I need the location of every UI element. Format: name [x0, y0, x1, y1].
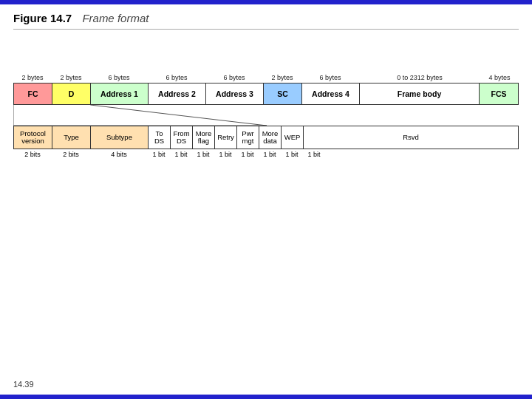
cell-fbody: Frame body	[360, 83, 480, 104]
bit-label-moreflag: 1 bit	[192, 151, 214, 158]
cell-fc: FC	[14, 83, 52, 104]
byte-label-addr3: 6 bytes	[205, 74, 263, 81]
byte-label-fc: 2 bytes	[13, 74, 52, 81]
bit-label-subtype: 4 bits	[90, 151, 148, 158]
sub-subtype: Subtype	[91, 126, 149, 149]
figure-title-text: Frame format	[82, 12, 149, 24]
figure-title: Figure 14.7 Frame format	[13, 12, 519, 30]
sub-rsvd: Rsvd	[304, 126, 518, 149]
sub-retry: Retry	[215, 126, 237, 149]
sub-protocol: Protocol version	[14, 126, 52, 149]
byte-label-d: 2 bytes	[52, 74, 90, 81]
byte-label-row: 2 bytes 2 bytes 6 bytes 6 bytes 6 bytes …	[13, 74, 519, 81]
cell-addr4: Address 4	[302, 83, 360, 104]
byte-label-addr4: 6 bytes	[301, 74, 359, 81]
footer-label: 14.39	[13, 380, 34, 389]
page-content: Figure 14.7 Frame format 2 bytes 2 bytes…	[0, 4, 532, 166]
sub-tods: To DS	[149, 126, 171, 149]
frame-row: FC D Address 1 Address 2 Address 3 SC Ad…	[13, 83, 519, 105]
byte-label-fcs: 4 bytes	[480, 74, 519, 81]
sub-type: Type	[52, 126, 91, 149]
expand-area	[13, 105, 519, 126]
sub-moreflag: More flag	[193, 126, 215, 149]
sub-row: Protocol version Type Subtype To DS From…	[13, 126, 519, 149]
byte-label-addr1: 6 bytes	[90, 74, 148, 81]
bit-label-fromds: 1 bit	[170, 151, 192, 158]
bit-label-moredata: 1 bit	[259, 151, 281, 158]
bit-label-tods: 1 bit	[148, 151, 170, 158]
byte-label-fbody: 0 to 2312 bytes	[359, 74, 480, 81]
bit-label-protocol: 2 bits	[13, 151, 52, 158]
diagram-area: 2 bytes 2 bytes 6 bytes 6 bytes 6 bytes …	[13, 74, 519, 158]
bit-label-type: 2 bits	[52, 151, 90, 158]
bit-label-wep: 1 bit	[281, 151, 303, 158]
cell-sc: SC	[264, 83, 302, 104]
cell-addr2: Address 2	[149, 83, 206, 104]
cell-d: D	[52, 83, 91, 104]
sub-moredata: More data	[259, 126, 282, 149]
sub-fromds: From DS	[171, 126, 193, 149]
expand-lines-svg	[13, 105, 519, 126]
cell-addr1: Address 1	[91, 83, 149, 104]
bit-label-rsvd: 1 bit	[303, 151, 325, 158]
svg-line-1	[90, 105, 267, 126]
sub-wep: WEP	[282, 126, 304, 149]
bit-labels: 2 bits 2 bits 4 bits 1 bit 1 bit 1 bit 1…	[13, 151, 519, 158]
cell-fcs: FCS	[480, 83, 518, 104]
bit-label-retry: 1 bit	[214, 151, 236, 158]
byte-label-sc: 2 bytes	[263, 74, 301, 81]
byte-label-addr2: 6 bytes	[148, 74, 205, 81]
figure-number: Figure 14.7	[13, 12, 72, 24]
bottom-border	[0, 395, 532, 399]
cell-addr3: Address 3	[206, 83, 264, 104]
bit-label-pwrmgt: 1 bit	[236, 151, 259, 158]
sub-pwrmgt: Pwr mgt	[237, 126, 259, 149]
